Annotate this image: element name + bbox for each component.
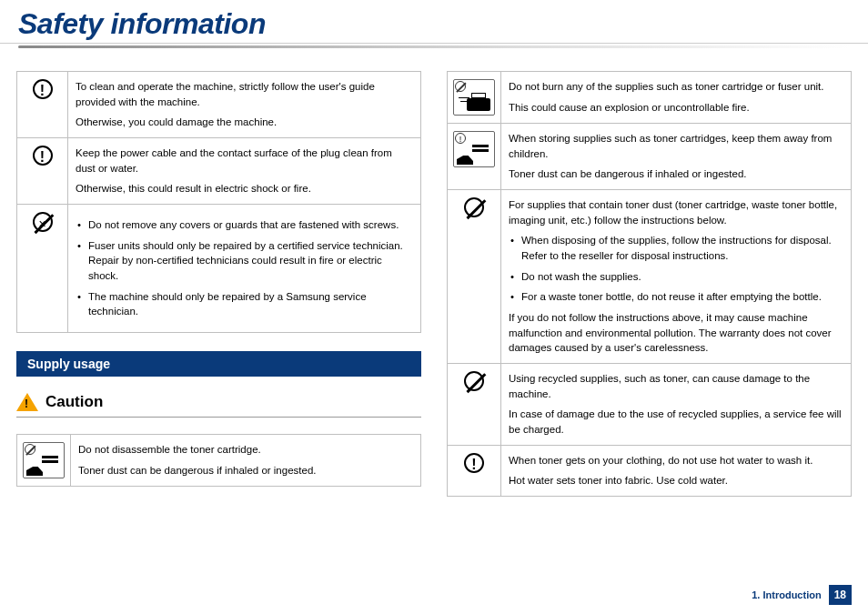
caution-triangle-icon <box>16 393 38 411</box>
warning-text: When storing supplies such as toner cart… <box>509 131 843 161</box>
warning-text: To clean and operate the machine, strict… <box>76 79 413 109</box>
list-item: When disposing of the supplies, follow t… <box>509 233 843 263</box>
warning-table-left-2: Do not disassemble the toner cartridge. … <box>16 434 421 487</box>
caution-heading: Caution <box>16 393 421 411</box>
footer-page-number: 18 <box>829 585 852 605</box>
table-row: Using recycled supplies, such as toner, … <box>448 364 852 446</box>
prohibit-icon <box>33 212 53 232</box>
warning-text: Do not burn any of the supplies such as … <box>509 79 843 95</box>
warning-text: Hot water sets toner into fabric. Use co… <box>509 473 843 488</box>
table-row: To clean and operate the machine, strict… <box>17 72 421 138</box>
title-underline <box>18 45 850 48</box>
table-row: Do not disassemble the toner cartridge. … <box>17 435 421 487</box>
warning-text: When toner gets on your clothing, do not… <box>509 453 843 468</box>
warning-text: This could cause an explosion or uncontr… <box>509 100 843 116</box>
do-not-disassemble-icon <box>23 442 65 478</box>
warning-text: Toner dust can be dangerous if inhaled o… <box>78 463 413 478</box>
table-row: Keep the power cable and the contact sur… <box>17 138 421 205</box>
table-row: Do not remove any covers or guards that … <box>17 205 421 333</box>
list-item: Do not wash the supplies. <box>509 269 843 285</box>
left-column: To clean and operate the machine, strict… <box>16 71 421 513</box>
list-item: For a waste toner bottle, do not reuse i… <box>509 289 843 305</box>
divider <box>16 417 421 418</box>
warning-text: For supplies that contain toner dust (to… <box>509 197 843 227</box>
section-supply-usage: Supply usage <box>16 351 421 377</box>
warning-text: Otherwise, this could result in electric… <box>76 181 413 196</box>
caution-circle-icon <box>464 453 484 473</box>
warning-text: Otherwise, you could damage the machine. <box>76 115 413 130</box>
table-row: When storing supplies such as toner cart… <box>448 124 852 190</box>
bullet-list: When disposing of the supplies, follow t… <box>509 233 843 305</box>
warning-text: Toner dust can be dangerous if inhaled o… <box>509 166 843 182</box>
page-footer: 1. Introduction 18 <box>752 585 852 605</box>
bullet-list: Do not remove any covers or guards that … <box>76 217 413 319</box>
table-row: For supplies that contain toner dust (to… <box>448 190 852 364</box>
footer-chapter: 1. Introduction <box>752 589 821 600</box>
caution-label: Caution <box>45 393 103 411</box>
table-row: When toner gets on your clothing, do not… <box>448 445 852 496</box>
warning-table-right: Do not burn any of the supplies such as … <box>447 71 852 497</box>
page-title: Safety information <box>18 7 850 41</box>
warning-text: Using recycled supplies, such as toner, … <box>509 371 843 401</box>
table-row: Do not burn any of the supplies such as … <box>448 72 852 124</box>
warning-text: If you do not follow the instructions ab… <box>509 310 843 356</box>
prohibit-icon <box>464 371 484 391</box>
warning-text: Do not disassemble the toner cartridge. <box>78 442 413 458</box>
list-item: Fuser units should only be repaired by a… <box>76 238 413 284</box>
prohibit-icon <box>464 197 484 217</box>
list-item: Do not remove any covers or guards that … <box>76 217 413 233</box>
warning-text: In case of damage due to the use of recy… <box>509 407 843 437</box>
list-item: The machine should only be repaired by a… <box>76 289 413 319</box>
caution-circle-icon <box>33 146 53 166</box>
caution-circle-icon <box>33 79 53 99</box>
warning-table-left: To clean and operate the machine, strict… <box>16 71 421 333</box>
do-not-burn-icon <box>453 79 495 116</box>
warning-text: Keep the power cable and the contact sur… <box>76 146 413 176</box>
keep-from-children-icon <box>453 131 495 167</box>
right-column: Do not burn any of the supplies such as … <box>447 71 852 513</box>
